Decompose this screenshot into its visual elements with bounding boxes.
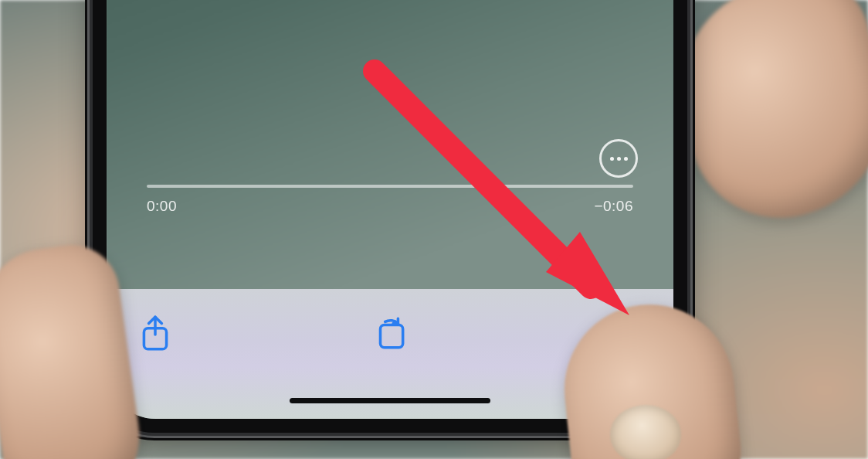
remaining-time: −0:06 xyxy=(594,198,633,215)
ellipsis-dot xyxy=(624,157,628,161)
share-button[interactable] xyxy=(136,314,175,352)
ellipsis-dot xyxy=(610,157,614,161)
rotate-button[interactable] xyxy=(371,314,409,352)
ellipsis-dot xyxy=(617,157,621,161)
svg-rect-1 xyxy=(381,325,403,348)
rotate-icon xyxy=(371,314,409,352)
more-options-button[interactable] xyxy=(599,139,638,178)
share-icon xyxy=(136,314,175,352)
video-content-area xyxy=(107,0,673,308)
thumbnail-nail xyxy=(610,405,681,459)
playback-scrubber[interactable] xyxy=(147,185,633,188)
home-indicator[interactable] xyxy=(290,398,490,403)
elapsed-time: 0:00 xyxy=(147,198,177,215)
screenshot-stage: 0:00 −0:06 xyxy=(0,0,868,459)
